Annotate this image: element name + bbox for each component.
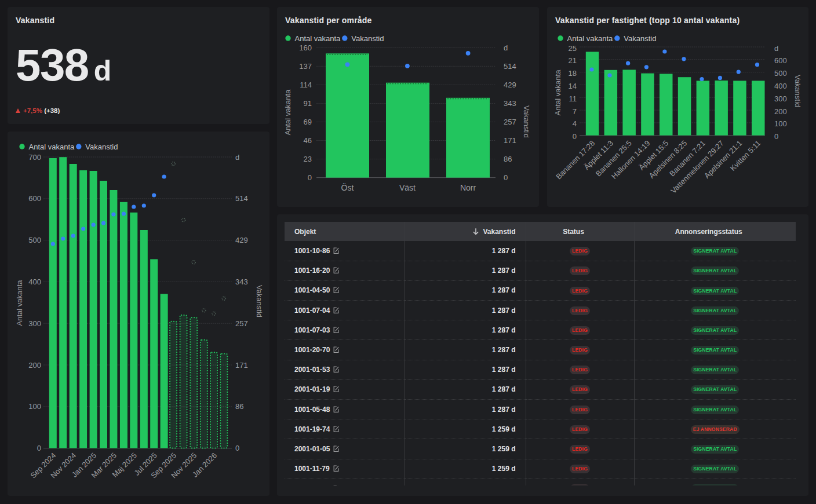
svg-text:Antal vakanta: Antal vakanta (567, 34, 614, 43)
svg-text:21: 21 (569, 56, 577, 65)
svg-text:257: 257 (504, 118, 516, 126)
svg-text:18: 18 (569, 69, 577, 78)
svg-text:25: 25 (569, 44, 577, 53)
svg-text:514: 514 (235, 194, 248, 203)
svg-text:160: 160 (299, 43, 312, 52)
svg-text:300: 300 (774, 94, 787, 103)
svg-text:23: 23 (304, 155, 312, 163)
svg-text:0: 0 (308, 173, 312, 182)
svg-text:400: 400 (28, 277, 41, 286)
svg-text:Vakanstid: Vakanstid (793, 75, 802, 107)
svg-text:343: 343 (504, 99, 516, 108)
svg-text:600: 600 (28, 194, 41, 203)
svg-text:200: 200 (28, 361, 41, 370)
svg-text:91: 91 (304, 99, 312, 108)
svg-text:4: 4 (573, 119, 577, 128)
svg-text:500: 500 (774, 69, 787, 78)
svg-text:114: 114 (300, 81, 312, 89)
svg-text:Antal vakanta: Antal vakanta (15, 280, 24, 326)
svg-text:0: 0 (37, 444, 41, 452)
svg-text:Norr: Norr (460, 183, 476, 192)
svg-text:Vakanstid: Vakanstid (522, 105, 531, 138)
svg-text:257: 257 (235, 319, 248, 328)
svg-text:Vakanstid: Vakanstid (351, 34, 384, 43)
svg-text:514: 514 (504, 62, 516, 71)
svg-text:400: 400 (774, 82, 787, 90)
svg-text:171: 171 (504, 136, 516, 145)
svg-text:86: 86 (235, 402, 243, 411)
svg-text:Vakanstid: Vakanstid (85, 143, 118, 151)
svg-text:300: 300 (28, 319, 41, 328)
svg-text:343: 343 (235, 277, 248, 286)
svg-text:429: 429 (504, 81, 516, 89)
svg-text:0: 0 (504, 173, 508, 182)
svg-text:0: 0 (774, 132, 778, 141)
svg-text:600: 600 (774, 56, 787, 65)
svg-text:d: d (504, 43, 508, 52)
svg-text:Vakanstid: Vakanstid (624, 34, 656, 43)
svg-text:200: 200 (774, 107, 787, 116)
svg-text:700: 700 (28, 153, 41, 162)
svg-text:Antal vakanta: Antal vakanta (553, 70, 562, 116)
svg-text:0: 0 (235, 444, 239, 452)
svg-text:14: 14 (569, 82, 577, 90)
svg-text:500: 500 (28, 236, 41, 244)
svg-text:100: 100 (774, 119, 787, 128)
svg-text:7: 7 (573, 107, 577, 116)
svg-text:171: 171 (235, 361, 248, 370)
svg-text:100: 100 (28, 402, 41, 411)
svg-text:Antal vakanta: Antal vakanta (283, 89, 292, 136)
svg-text:d: d (235, 153, 239, 162)
svg-text:137: 137 (299, 62, 312, 71)
svg-text:Öst: Öst (341, 182, 354, 192)
svg-text:429: 429 (235, 236, 248, 244)
svg-text:46: 46 (304, 136, 312, 145)
svg-text:Antal vakanta: Antal vakanta (295, 34, 341, 43)
svg-text:d: d (774, 44, 778, 53)
svg-text:Antal vakanta: Antal vakanta (29, 143, 75, 151)
svg-text:Vakanstid: Vakanstid (255, 285, 264, 317)
svg-text:86: 86 (504, 155, 512, 163)
svg-text:69: 69 (304, 118, 312, 126)
svg-text:11: 11 (569, 94, 577, 103)
svg-text:0: 0 (573, 132, 577, 141)
svg-text:Väst: Väst (399, 183, 416, 192)
